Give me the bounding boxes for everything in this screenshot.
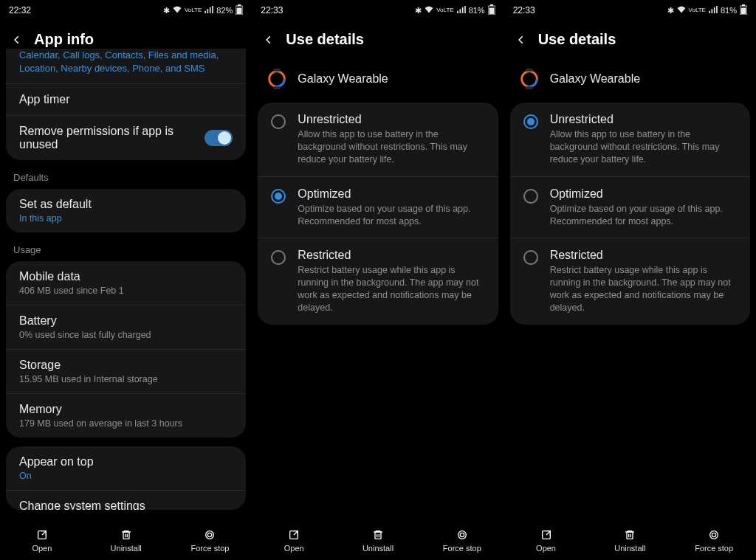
wifi-icon [173, 6, 182, 15]
radio-restricted[interactable] [523, 250, 538, 265]
svg-rect-15 [459, 9, 461, 13]
bottom-nav: Open Uninstall Force stop [504, 520, 756, 560]
status-right: ✱ VoLTE 81% [667, 4, 747, 16]
nosign-icon [203, 528, 216, 542]
radio-unrestricted[interactable] [271, 114, 286, 129]
nav-force-stop[interactable]: Force stop [420, 520, 504, 560]
panel-usage: Mobile data 406 MB used since Feb 1 Batt… [6, 261, 246, 438]
svg-rect-32 [709, 11, 710, 13]
screen-app-info: 22:32 ✱ VoLTE 82% App info [0, 0, 252, 560]
svg-rect-17 [464, 6, 466, 13]
toggle-remove-permissions[interactable] [205, 130, 233, 146]
open-icon [540, 528, 553, 542]
battery-icon [740, 4, 747, 16]
watch-icon [518, 67, 541, 91]
page-title: App info [34, 31, 94, 48]
panel-defaults: Set as default In this app [6, 189, 246, 232]
svg-rect-6 [237, 8, 242, 15]
back-button[interactable] [262, 33, 275, 46]
row-memory[interactable]: Memory 179 MB used on average in last 3 … [6, 393, 246, 438]
row-remove-permissions[interactable]: Remove permissions if app is unused [6, 115, 246, 160]
svg-line-44 [546, 530, 550, 534]
section-defaults: Defaults [0, 169, 252, 189]
bottom-nav: Open Uninstall Force stop [252, 520, 504, 560]
svg-rect-23 [274, 69, 281, 72]
battery-pct: 82% [216, 6, 233, 15]
status-time: 22:32 [9, 5, 31, 15]
bottom-nav: Open Uninstall Force stop [0, 520, 252, 560]
signal-icon [457, 6, 466, 15]
radio-restricted[interactable] [271, 250, 286, 265]
svg-rect-45 [627, 532, 633, 539]
app-name: Galaxy Wearable [298, 72, 388, 86]
nav-uninstall[interactable]: Uninstall [84, 520, 168, 560]
back-button[interactable] [10, 33, 24, 46]
header: Use details [252, 18, 504, 60]
row-change-system-settings[interactable]: Change system settings Allowed [6, 490, 246, 510]
radio-optimized[interactable] [271, 189, 286, 204]
status-right: ✱ VoLTE 82% [163, 4, 243, 16]
back-button[interactable] [515, 33, 528, 46]
svg-rect-34 [714, 7, 715, 13]
app-row: Galaxy Wearable [252, 60, 504, 103]
battery-pct: 81% [721, 6, 737, 15]
battery-icon [488, 4, 495, 16]
page-title: Use details [286, 31, 364, 48]
row-appear-on-top[interactable]: Appear on top On [6, 446, 246, 490]
radio-unrestricted[interactable] [523, 114, 538, 129]
svg-line-8 [42, 530, 46, 534]
row-app-timer[interactable]: App timer [6, 83, 246, 115]
svg-point-31 [460, 533, 464, 536]
screen-use-details-unrestricted: 22:33 ✱ VoLTE 81% Use details Galaxy Wea… [504, 0, 756, 560]
option-unrestricted[interactable]: Unrestricted Allow this app to use batte… [258, 103, 498, 176]
nosign-icon [456, 528, 469, 542]
nav-uninstall[interactable]: Uninstall [588, 520, 672, 560]
nav-force-stop[interactable]: Force stop [672, 520, 756, 560]
svg-point-12 [206, 530, 214, 539]
option-restricted[interactable]: Restricted Restrict battery usage while … [258, 238, 498, 325]
svg-rect-33 [711, 9, 712, 13]
bluetooth-icon: ✱ [415, 6, 422, 15]
svg-rect-38 [740, 8, 746, 15]
volte-icon: VoLTE [436, 7, 453, 13]
svg-line-26 [294, 530, 298, 534]
content-scroll: Calendar, Call logs, Contacts, Files and… [0, 49, 252, 520]
permissions-summary[interactable]: Calendar, Call logs, Contacts, Files and… [6, 49, 246, 83]
status-right: ✱ VoLTE 81% [415, 4, 495, 16]
panel-battery-options: Unrestricted Allow this app to use batte… [258, 103, 498, 325]
nosign-icon [707, 528, 721, 542]
trash-icon [623, 528, 636, 542]
svg-rect-24 [274, 86, 281, 89]
wifi-icon [677, 6, 686, 15]
row-mobile-data[interactable]: Mobile data 406 MB used since Feb 1 [6, 261, 246, 305]
nav-open[interactable]: Open [504, 520, 588, 560]
bluetooth-icon: ✱ [667, 6, 674, 15]
nav-force-stop[interactable]: Force stop [168, 520, 252, 560]
open-icon [35, 528, 49, 542]
svg-rect-14 [457, 11, 458, 13]
battery-pct: 81% [469, 6, 485, 15]
signal-icon [709, 6, 718, 15]
option-optimized[interactable]: Optimized Optimize based on your usage o… [258, 176, 498, 238]
nav-open[interactable]: Open [0, 520, 84, 560]
nav-open[interactable]: Open [252, 520, 336, 560]
nav-uninstall[interactable]: Uninstall [336, 520, 420, 560]
option-unrestricted[interactable]: Unrestricted Allow this app to use batte… [510, 103, 750, 176]
open-icon [287, 528, 300, 542]
battery-icon [236, 4, 243, 16]
svg-point-30 [458, 530, 466, 539]
row-battery[interactable]: Battery 0% used since last fully charged [6, 305, 246, 349]
wifi-icon [425, 6, 433, 15]
option-restricted[interactable]: Restricted Restrict battery usage while … [510, 238, 750, 325]
status-time: 22:33 [261, 5, 283, 15]
row-storage[interactable]: Storage 15.95 MB used in Internal storag… [6, 349, 246, 393]
svg-rect-3 [212, 6, 213, 13]
volte-icon: VoLTE [185, 7, 202, 13]
watch-icon [265, 67, 289, 91]
option-optimized[interactable]: Optimized Optimize based on your usage o… [510, 176, 750, 238]
radio-optimized[interactable] [523, 189, 538, 204]
status-time: 22:33 [513, 5, 535, 15]
row-set-default[interactable]: Set as default In this app [6, 189, 246, 232]
header: Use details [504, 18, 756, 60]
svg-rect-16 [461, 7, 463, 13]
